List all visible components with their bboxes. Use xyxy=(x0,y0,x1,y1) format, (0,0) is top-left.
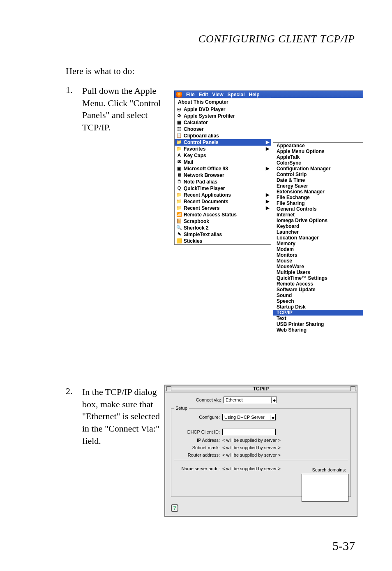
simpletext-icon: ✎ xyxy=(176,232,182,237)
menu-favorites[interactable]: 📁Favorites▶ xyxy=(175,146,271,152)
calculator-icon: ▤ xyxy=(176,120,182,125)
menu-help[interactable]: Help xyxy=(249,92,260,97)
mail-icon: ✉ xyxy=(176,159,182,165)
dhcp-client-id-label: DHCP Client ID: xyxy=(174,429,222,434)
tcpip-title-text: TCP/IP xyxy=(253,386,269,392)
cp-general-controls[interactable]: General Controls xyxy=(273,206,363,212)
chevron-right-icon: ▶ xyxy=(266,139,269,145)
menu-sherlock[interactable]: 🔍Sherlock 2 xyxy=(175,225,271,231)
favorites-icon: 📁 xyxy=(176,146,182,152)
cp-multiple-users[interactable]: Multiple Users xyxy=(273,269,363,275)
menu-edit[interactable]: Edit xyxy=(199,92,208,97)
cp-location-manager[interactable]: Location Manager xyxy=(273,235,363,241)
menu-control-panels[interactable]: 📁Control Panels▶ xyxy=(175,139,271,146)
disc-icon: ◎ xyxy=(176,107,182,112)
menu-key-caps[interactable]: AKey Caps xyxy=(175,152,271,159)
menu-recent-documents[interactable]: 📁Recent Documents▶ xyxy=(175,198,271,205)
cp-quicktime-settings[interactable]: QuickTime™ Settings xyxy=(273,275,363,281)
menu-special[interactable]: Special xyxy=(227,92,244,97)
menu-apple-system-profiler[interactable]: ⚙Apple System Profiler xyxy=(175,113,271,119)
router-address-label: Router address: xyxy=(174,453,222,457)
menu-stickies[interactable]: 🟨Stickies xyxy=(175,238,271,244)
tcpip-window: TCP/IP Connect via: Ethernet ◆ Setup Con… xyxy=(164,385,357,517)
chevron-right-icon: ▶ xyxy=(266,146,269,151)
dropdown-caret-icon: ◆ xyxy=(271,397,276,403)
menu-microsoft-office[interactable]: ▣Microsoft Office 98▶ xyxy=(175,165,271,172)
cp-file-exchange[interactable]: File Exchange xyxy=(273,195,363,200)
cp-remote-access[interactable]: Remote Access xyxy=(273,281,363,287)
cp-energy-saver[interactable]: Energy Saver xyxy=(273,183,363,189)
cp-internet[interactable]: Internet xyxy=(273,212,363,218)
menu-scrapbook[interactable]: 📔Scrapbook xyxy=(175,218,271,225)
tcpip-titlebar[interactable]: TCP/IP xyxy=(165,385,357,392)
page-title: CONFIGURING CLIENT TCP/IP xyxy=(66,33,357,45)
menu-simpletext[interactable]: ✎SimpleText alias xyxy=(175,231,271,238)
menu-about-computer[interactable]: About This Computer xyxy=(175,98,271,106)
cp-extensions-manager[interactable]: Extensions Manager xyxy=(273,189,363,195)
folder-icon: 📁 xyxy=(176,192,182,198)
control-panels-icon: 📁 xyxy=(176,139,182,145)
cp-apple-menu-options[interactable]: Apple Menu Options xyxy=(273,149,363,154)
apple-logo-icon[interactable] xyxy=(176,92,182,97)
cp-speech[interactable]: Speech xyxy=(273,298,363,304)
cp-configuration-manager[interactable]: Configuration Manager xyxy=(273,166,363,172)
cp-launcher[interactable]: Launcher xyxy=(273,229,363,235)
menu-view[interactable]: View xyxy=(212,92,223,97)
msoffice-icon: ▣ xyxy=(176,166,182,172)
cp-keyboard[interactable]: Keyboard xyxy=(273,223,363,229)
menu-remote-access-status[interactable]: 📶Remote Access Status xyxy=(175,211,271,218)
menu-calculator[interactable]: ▤Calculator xyxy=(175,119,271,126)
cp-appearance[interactable]: Appearance xyxy=(273,143,363,149)
cp-tcpip[interactable]: TCP/IP xyxy=(273,310,363,316)
menu-apple-dvd-player[interactable]: ◎Apple DVD Player xyxy=(175,106,271,113)
configure-select[interactable]: Using DHCP Server ◆ xyxy=(222,414,276,420)
step-1-number: 1. xyxy=(66,85,82,95)
cp-mouseware[interactable]: MouseWare xyxy=(273,264,363,269)
configure-value: Using DHCP Server xyxy=(224,415,265,420)
sherlock-icon: 🔍 xyxy=(176,225,182,231)
cp-control-strip[interactable]: Control Strip xyxy=(273,172,363,177)
ip-address-label: IP Address: xyxy=(174,438,222,443)
cp-iomega[interactable]: Iomega Drive Options xyxy=(273,218,363,223)
step-1-text: Pull down the Apple Menu. Click "Control… xyxy=(82,85,168,134)
step-2-text: In the TCP/IP dialog box, make sure that… xyxy=(82,386,160,447)
menu-recent-applications[interactable]: 📁Recent Applications▶ xyxy=(175,192,271,198)
cp-monitors[interactable]: Monitors xyxy=(273,252,363,258)
keycaps-icon: A xyxy=(176,153,182,158)
cp-usb-printer-sharing[interactable]: USB Printer Sharing xyxy=(273,321,363,327)
network-icon: 🖥 xyxy=(176,172,182,178)
cp-modem[interactable]: Modem xyxy=(273,246,363,252)
dhcp-client-id-input[interactable] xyxy=(222,429,276,435)
cp-file-sharing[interactable]: File Sharing xyxy=(273,200,363,206)
menu-file[interactable]: File xyxy=(186,92,195,97)
connect-via-select[interactable]: Ethernet ◆ xyxy=(224,397,277,403)
menu-note-pad[interactable]: 🗒Note Pad alias xyxy=(175,179,271,185)
control-panels-submenu: Appearance Apple Menu Options AppleTalk … xyxy=(273,142,363,333)
menu-network-browser[interactable]: 🖥Network Browser xyxy=(175,172,271,179)
cp-sound[interactable]: Sound xyxy=(273,292,363,298)
cp-colorsync[interactable]: ColorSync xyxy=(273,160,363,166)
menu-clipboard-alias[interactable]: 📋Clipboard alias xyxy=(175,132,271,139)
cp-appletalk[interactable]: AppleTalk xyxy=(273,154,363,160)
search-domains-input[interactable] xyxy=(302,474,348,502)
zoom-box[interactable] xyxy=(350,386,355,391)
menu-mail[interactable]: ✉Mail xyxy=(175,159,271,165)
scrapbook-icon: 📔 xyxy=(176,218,182,224)
cp-mouse[interactable]: Mouse xyxy=(273,258,363,264)
menu-chooser[interactable]: ☷Chooser xyxy=(175,126,271,132)
page-number: 5-37 xyxy=(332,539,355,553)
help-button[interactable]: ? xyxy=(171,504,178,512)
close-box[interactable] xyxy=(166,386,171,391)
cp-text[interactable]: Text xyxy=(273,316,363,321)
divider xyxy=(174,460,348,460)
cp-software-update[interactable]: Software Update xyxy=(273,287,363,292)
chevron-right-icon: ▶ xyxy=(266,199,269,204)
menu-recent-servers[interactable]: 📁Recent Servers▶ xyxy=(175,205,271,211)
menu-quicktime-player[interactable]: QQuickTime Player xyxy=(175,185,271,192)
cp-memory[interactable]: Memory xyxy=(273,241,363,246)
cp-web-sharing[interactable]: Web Sharing xyxy=(273,327,363,333)
chevron-right-icon: ▶ xyxy=(266,205,269,211)
remote-access-icon: 📶 xyxy=(176,212,182,218)
cp-date-time[interactable]: Date & Time xyxy=(273,177,363,183)
cp-startup-disk[interactable]: Startup Disk xyxy=(273,304,363,310)
